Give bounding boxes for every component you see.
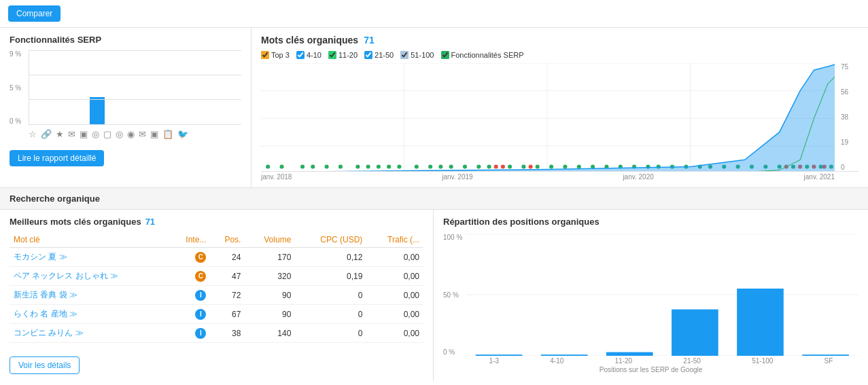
bottom-content: Meilleurs mots clés organiques 71 Mot cl…	[0, 210, 868, 381]
svg-point-28	[536, 164, 540, 168]
x-label-2021: janv. 2021	[804, 173, 835, 181]
cpc-cell: 0	[295, 286, 366, 305]
pos-cell: 67	[210, 305, 245, 324]
col-volume[interactable]: Volume	[245, 232, 295, 248]
legend-top3: Top 3	[261, 51, 290, 59]
legend-4-10-checkbox[interactable]	[296, 51, 305, 59]
link-icon: 🔗	[41, 129, 52, 139]
intent-badge: I	[195, 328, 206, 339]
trafic-cell: 0,00	[366, 305, 423, 324]
svg-point-23	[463, 164, 467, 168]
intent-cell: C	[170, 267, 211, 286]
cpc-cell: 0,12	[295, 248, 366, 267]
envelope-icon: ✉	[139, 129, 146, 139]
intent-badge: I	[195, 309, 206, 320]
y-0: 0	[841, 164, 858, 171]
positions-note: Positions sur les SERP de Google	[443, 366, 858, 373]
table-title: Meilleurs mots clés organiques	[10, 217, 141, 227]
keyword-cell[interactable]: モカシン 夏 ≫	[10, 248, 170, 267]
volume-cell: 320	[245, 267, 295, 286]
volume-cell: 90	[245, 286, 295, 305]
col-cpc[interactable]: CPC (USD)	[295, 232, 366, 248]
keyword-cell[interactable]: らくわ 名 産地 ≫	[10, 305, 170, 324]
legend-11-20: 11-20	[328, 51, 358, 59]
legend-11-20-checkbox[interactable]	[328, 51, 336, 59]
intent-badge: I	[195, 290, 206, 301]
y-19: 19	[841, 139, 858, 146]
legend-serp-label: Fonctionnalités SERP	[451, 51, 524, 59]
y-38: 38	[841, 113, 858, 121]
legend-serp: Fonctionnalités SERP	[441, 51, 524, 59]
trafic-cell: 0,00	[366, 286, 423, 305]
top-bar: Comparer	[0, 0, 868, 28]
pos-cell: 47	[210, 267, 245, 286]
pos-cell: 72	[210, 286, 245, 305]
table-header-row: Meilleurs mots clés organiques 71	[10, 217, 423, 227]
legend-serp-checkbox[interactable]	[441, 51, 449, 59]
legend-top3-label: Top 3	[271, 51, 290, 59]
keyword-cell[interactable]: ペア ネックレス おしゃれ ≫	[10, 267, 170, 286]
compare-button[interactable]: Comparer	[8, 5, 60, 22]
organic-timeline	[261, 63, 835, 171]
pos-x-11-20: 11-20	[615, 357, 633, 365]
col-pos[interactable]: Pos.	[210, 232, 245, 248]
svg-point-8	[266, 164, 270, 168]
pos-y-50: 50 %	[443, 291, 462, 299]
box-icon: ▣	[150, 129, 158, 139]
circle-icon: ◎	[92, 129, 99, 139]
svg-point-10	[300, 164, 305, 168]
intent-cell: C	[170, 248, 211, 267]
svg-point-31	[577, 164, 581, 168]
positions-svg	[466, 234, 858, 356]
svg-point-24	[476, 164, 481, 168]
report-button[interactable]: Lire le rapport détaillé	[10, 150, 104, 166]
cpc-cell: 0	[295, 324, 366, 343]
organic-chart-area: 75 56 38 19 0	[261, 63, 858, 172]
col-mot-cle[interactable]: Mot clé	[10, 232, 170, 248]
svg-point-17	[387, 164, 391, 168]
pos-x-51-100: 51-100	[752, 357, 773, 365]
keywords-panel: Meilleurs mots clés organiques 71 Mot cl…	[0, 210, 434, 381]
grid-icon: ▣	[80, 129, 88, 139]
organic-y-labels: 75 56 38 19 0	[838, 63, 858, 171]
table-row: モカシン 夏 ≫ C 24 170 0,12 0,00	[10, 248, 423, 267]
pos-x-4-10: 4-10	[550, 357, 563, 365]
positions-panel: Répartition des positions organiques 100…	[434, 210, 868, 381]
keyword-cell[interactable]: 新生活 香典 袋 ≫	[10, 286, 170, 305]
positions-chart-area	[466, 234, 858, 356]
table-count: 71	[145, 217, 155, 227]
pos-x-21-50: 21-50	[683, 357, 701, 365]
organic-chart-panel: Mots clés organiques 71 Top 3 4-10 11-20…	[251, 28, 868, 187]
keyword-cell[interactable]: コンビニ みりん ≫	[10, 324, 170, 343]
legend-top3-checkbox[interactable]	[261, 51, 269, 59]
svg-rect-64	[672, 310, 718, 356]
y-75: 75	[841, 63, 858, 71]
cpc-cell: 0,19	[295, 267, 366, 286]
table-row: らくわ 名 産地 ≫ I 67 90 0 0,00	[10, 305, 423, 324]
star-icon: ★	[56, 129, 64, 139]
dot-icon: ◉	[127, 129, 135, 139]
svg-point-19	[415, 164, 419, 168]
legend-51-100: 51-100	[400, 51, 434, 59]
serp-panel: Fonctionnalités SERP 9 % 5 % 0 %	[0, 28, 251, 187]
serp-y-labels: 9 % 5 % 0 %	[10, 50, 24, 125]
cpc-cell: 0	[295, 305, 366, 324]
svg-rect-61	[476, 354, 523, 356]
legend-51-100-checkbox[interactable]	[400, 51, 409, 59]
col-trafic[interactable]: Trafic (...	[366, 232, 423, 248]
svg-point-53	[529, 164, 533, 168]
svg-rect-66	[803, 354, 850, 356]
col-intent[interactable]: Inte...	[170, 232, 211, 248]
svg-point-29	[549, 164, 553, 168]
svg-point-11	[311, 164, 315, 168]
x-label-2020: janv. 2020	[623, 173, 653, 181]
pos-y-100: 100 %	[443, 234, 462, 241]
volume-cell: 90	[245, 305, 295, 324]
voir-details-button[interactable]: Voir les détails	[10, 356, 80, 374]
bird-icon: 🐦	[177, 129, 188, 139]
svg-point-20	[428, 164, 432, 168]
volume-cell: 170	[245, 248, 295, 267]
svg-rect-62	[541, 354, 588, 356]
legend-21-50-checkbox[interactable]	[364, 51, 372, 59]
svg-point-51	[494, 164, 498, 168]
